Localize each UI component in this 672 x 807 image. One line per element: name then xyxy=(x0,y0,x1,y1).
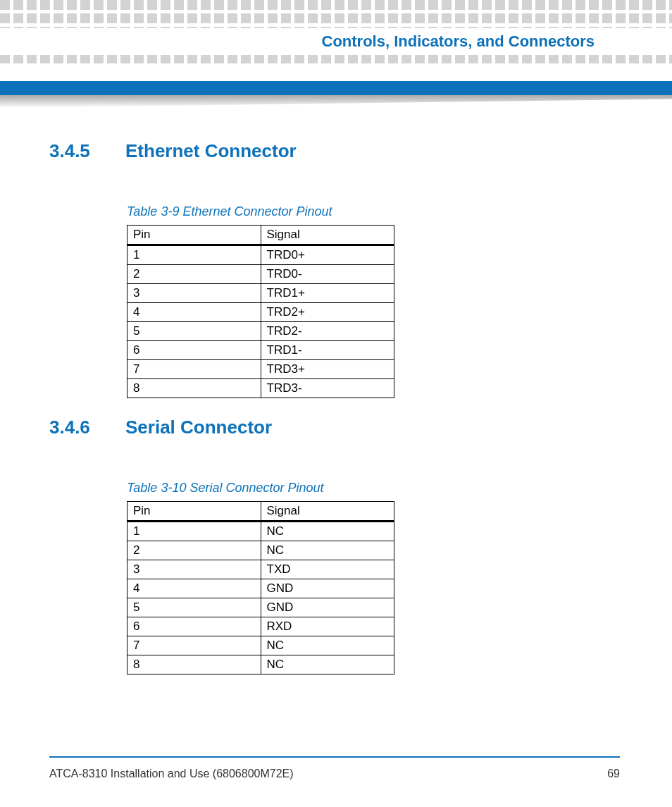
cell-pin: 4 xyxy=(127,579,261,598)
page-footer: ATCA-8310 Installation and Use (6806800M… xyxy=(49,756,620,780)
cell-signal: GND xyxy=(261,579,394,598)
cell-pin: 1 xyxy=(127,522,261,541)
cell-signal: TXD xyxy=(261,560,394,579)
table-row: 1NC xyxy=(127,522,394,541)
col-header-pin: Pin xyxy=(127,502,261,522)
section-number: 3.4.6 xyxy=(49,417,99,438)
cell-signal: TRD2+ xyxy=(261,303,394,322)
cell-pin: 3 xyxy=(127,284,261,303)
cell-pin: 7 xyxy=(127,360,261,379)
footer-doc-title: ATCA-8310 Installation and Use (6806800M… xyxy=(49,768,294,780)
cell-signal: NC xyxy=(261,522,394,541)
section-title: Ethernet Connector xyxy=(125,140,297,162)
table-row: 8TRD3- xyxy=(127,379,394,398)
cell-pin: 1 xyxy=(127,245,261,265)
ethernet-table-block: Table 3-9 Ethernet Connector Pinout Pin … xyxy=(127,204,620,398)
cell-signal: GND xyxy=(261,598,394,617)
cell-pin: 4 xyxy=(127,303,261,322)
table-row: 6TRD1- xyxy=(127,341,394,360)
table-row: 7TRD3+ xyxy=(127,360,394,379)
cell-pin: 5 xyxy=(127,322,261,341)
serial-pinout-table: Pin Signal 1NC2NC3TXD4GND5GND6RXD7NC8NC xyxy=(127,501,394,674)
table-row: 3TXD xyxy=(127,560,394,579)
cell-pin: 6 xyxy=(127,617,261,636)
col-header-signal: Signal xyxy=(261,226,394,245)
ethernet-pinout-table: Pin Signal 1TRD0+2TRD0-3TRD1+4TRD2+5TRD2… xyxy=(127,225,394,398)
table-row: 3TRD1+ xyxy=(127,284,394,303)
table-header-row: Pin Signal xyxy=(127,502,394,522)
section-heading-serial: 3.4.6 Serial Connector xyxy=(49,417,620,438)
cell-signal: NC xyxy=(261,636,394,655)
table-row: 5TRD2- xyxy=(127,322,394,341)
chapter-title: Controls, Indicators, and Connectors xyxy=(0,28,672,55)
cell-signal: TRD3- xyxy=(261,379,394,398)
cell-pin: 8 xyxy=(127,379,261,398)
cell-signal: TRD0- xyxy=(261,265,394,284)
table-row: 2TRD0- xyxy=(127,265,394,284)
header-blue-bar xyxy=(0,81,672,95)
cell-pin: 2 xyxy=(127,541,261,560)
table-header-row: Pin Signal xyxy=(127,226,394,245)
cell-signal: TRD0+ xyxy=(261,245,394,265)
table-row: 6RXD xyxy=(127,617,394,636)
page-content: 3.4.5 Ethernet Connector Table 3-9 Ether… xyxy=(49,130,620,693)
header-grey-wedge xyxy=(0,95,672,108)
section-number: 3.4.5 xyxy=(49,140,99,162)
table-row: 7NC xyxy=(127,636,394,655)
table-caption: Table 3-10 Serial Connector Pinout xyxy=(127,481,620,495)
cell-pin: 5 xyxy=(127,598,261,617)
table-row: 4TRD2+ xyxy=(127,303,394,322)
table-row: 1TRD0+ xyxy=(127,245,394,265)
cell-signal: RXD xyxy=(261,617,394,636)
section-title: Serial Connector xyxy=(125,417,272,438)
table-row: 8NC xyxy=(127,655,394,674)
table-caption: Table 3-9 Ethernet Connector Pinout xyxy=(127,204,620,219)
cell-signal: TRD2- xyxy=(261,322,394,341)
table-row: 4GND xyxy=(127,579,394,598)
cell-signal: TRD1- xyxy=(261,341,394,360)
cell-pin: 7 xyxy=(127,636,261,655)
footer-page-number: 69 xyxy=(607,768,620,780)
col-header-pin: Pin xyxy=(127,226,261,245)
serial-table-block: Table 3-10 Serial Connector Pinout Pin S… xyxy=(127,481,620,674)
col-header-signal: Signal xyxy=(261,502,394,522)
table-row: 2NC xyxy=(127,541,394,560)
cell-pin: 6 xyxy=(127,341,261,360)
cell-signal: TRD1+ xyxy=(261,284,394,303)
cell-pin: 2 xyxy=(127,265,261,284)
cell-pin: 3 xyxy=(127,560,261,579)
section-heading-ethernet: 3.4.5 Ethernet Connector xyxy=(49,140,620,162)
cell-signal: TRD3+ xyxy=(261,360,394,379)
cell-signal: NC xyxy=(261,655,394,674)
cell-pin: 8 xyxy=(127,655,261,674)
cell-signal: NC xyxy=(261,541,394,560)
table-row: 5GND xyxy=(127,598,394,617)
